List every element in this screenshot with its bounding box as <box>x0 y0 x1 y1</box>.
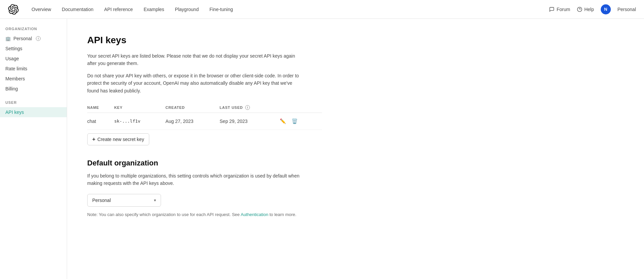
nav-fine-tuning[interactable]: Fine-tuning <box>205 4 237 15</box>
sidebar-org-personal[interactable]: 🏢 Personal i <box>0 33 67 44</box>
org-section-label: ORGANIZATION <box>0 27 67 31</box>
help-link[interactable]: Help <box>577 7 594 12</box>
forum-link[interactable]: Forum <box>549 7 570 12</box>
sidebar-item-rate-limits[interactable]: Rate limits <box>0 64 67 74</box>
top-navigation: Overview Documentation API reference Exa… <box>0 0 644 19</box>
col-actions <box>278 102 322 113</box>
openai-logo[interactable] <box>8 4 19 15</box>
authentication-link[interactable]: Authentication <box>240 212 268 217</box>
org-select-value: Personal <box>92 198 111 203</box>
user-section-label: USER <box>0 100 67 104</box>
personal-label[interactable]: Personal <box>618 7 636 12</box>
note-text-before: Note: You can also specify which organiz… <box>87 212 240 217</box>
forum-icon <box>549 7 554 12</box>
nav-api-reference[interactable]: API reference <box>100 4 138 15</box>
row-created: Aug 27, 2023 <box>165 113 219 130</box>
layout: ORGANIZATION 🏢 Personal i Settings Usage… <box>0 19 644 279</box>
main-content: API keys Your secret API keys are listed… <box>67 19 644 279</box>
chevron-down-icon: ▾ <box>154 198 156 203</box>
org-select-dropdown[interactable]: Personal ▾ <box>87 194 161 207</box>
row-key: sk-...lf1v <box>114 113 165 130</box>
sidebar-item-usage[interactable]: Usage <box>0 54 67 64</box>
col-created: CREATED <box>165 102 219 113</box>
sidebar-org-name: Personal <box>13 36 32 41</box>
col-name: NAME <box>87 102 114 113</box>
sidebar-item-billing[interactable]: Billing <box>0 84 67 94</box>
create-button-label: Create new secret key <box>97 137 144 142</box>
row-name: chat <box>87 113 114 130</box>
plus-icon: + <box>92 136 95 142</box>
delete-key-button[interactable]: 🗑️ <box>289 117 300 126</box>
nav-playground[interactable]: Playground <box>170 4 204 15</box>
page-title: API keys <box>87 35 624 46</box>
topnav-right: Forum Help N Personal <box>549 4 636 14</box>
sidebar-item-api-keys[interactable]: API keys <box>0 107 67 117</box>
row-actions: ✏️ 🗑️ <box>278 113 322 130</box>
create-secret-key-button[interactable]: + Create new secret key <box>87 133 149 145</box>
nav-links: Overview Documentation API reference Exa… <box>27 4 549 15</box>
last-used-info-icon[interactable]: i <box>245 105 250 110</box>
nav-examples[interactable]: Examples <box>139 4 169 15</box>
avatar[interactable]: N <box>601 4 611 14</box>
nav-documentation[interactable]: Documentation <box>57 4 98 15</box>
sidebar-item-settings[interactable]: Settings <box>0 44 67 54</box>
col-key: KEY <box>114 102 165 113</box>
col-last-used: LAST USED i <box>220 102 278 113</box>
help-label: Help <box>584 7 594 12</box>
api-keys-table: NAME KEY CREATED LAST USED i chat sk-...… <box>87 102 322 130</box>
help-icon <box>577 7 582 12</box>
org-info-icon[interactable]: i <box>36 36 41 41</box>
description-2: Do not share your API key with others, o… <box>87 72 302 94</box>
note-text-after: to learn more. <box>268 212 297 217</box>
description-1: Your secret API keys are listed below. P… <box>87 52 302 67</box>
nav-overview[interactable]: Overview <box>27 4 56 15</box>
note-text: Note: You can also specify which organiz… <box>87 211 302 218</box>
table-row: chat sk-...lf1v Aug 27, 2023 Sep 29, 202… <box>87 113 322 130</box>
forum-label: Forum <box>556 7 570 12</box>
default-org-title: Default organization <box>87 159 624 167</box>
default-org-desc: If you belong to multiple organizations,… <box>87 172 302 187</box>
sidebar: ORGANIZATION 🏢 Personal i Settings Usage… <box>0 19 67 279</box>
row-last-used: Sep 29, 2023 <box>220 113 278 130</box>
org-icon: 🏢 <box>5 36 11 41</box>
sidebar-item-members[interactable]: Members <box>0 74 67 84</box>
edit-key-button[interactable]: ✏️ <box>278 117 288 126</box>
